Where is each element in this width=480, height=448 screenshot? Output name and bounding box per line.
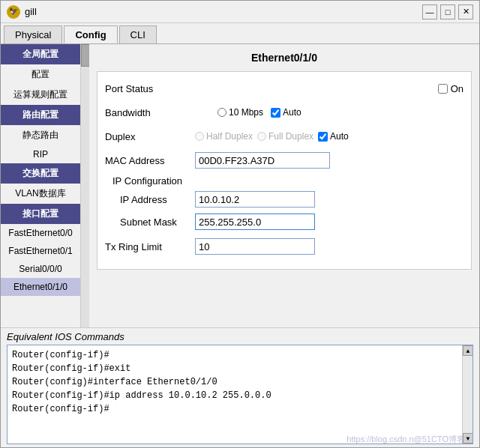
sidebar-item-routing-config[interactable]: 路由配置	[1, 105, 80, 125]
sidebar-item-vlan-db[interactable]: VLAN数据库	[1, 184, 80, 204]
tab-bar: Physical Config CLI	[1, 23, 479, 44]
port-status-row: Port Status On	[105, 79, 464, 97]
mac-address-label: MAC Address	[105, 155, 195, 166]
sidebar: 全局配置 配置 运算规则配置 路由配置 静态路由 RIP 交换配	[1, 44, 89, 327]
ip-config-label: IP Configuration	[112, 175, 464, 187]
sidebar-item-fastethernet00[interactable]: FastEthernet0/0	[1, 224, 80, 242]
main-area: 全局配置 配置 运算规则配置 路由配置 静态路由 RIP 交换配	[1, 44, 479, 327]
console-scrollbar[interactable]: ▲ ▼	[462, 345, 472, 444]
tab-cli[interactable]: CLI	[119, 25, 157, 43]
maximize-button[interactable]: □	[440, 4, 455, 19]
bandwidth-controls: 10 Mbps Auto	[195, 107, 464, 118]
ip-config-section: IP Configuration IP Address Subnet Mask	[105, 175, 464, 230]
sidebar-item-rip[interactable]: RIP	[1, 145, 80, 163]
tab-physical[interactable]: Physical	[4, 25, 62, 43]
tx-ring-limit-label: Tx Ring Limit	[105, 241, 195, 252]
bandwidth-label: Bandwidth	[105, 107, 195, 118]
app-icon: 🦅	[7, 5, 20, 19]
tx-ring-limit-row: Tx Ring Limit	[105, 237, 464, 255]
interface-title: Ethernet0/1/0	[97, 52, 472, 64]
ip-address-label: IP Address	[120, 194, 195, 205]
sidebar-item-routing-rules[interactable]: 运算规则配置	[1, 85, 80, 105]
console-area[interactable]: Router(config-if)# Router(config-if)#exi…	[7, 345, 473, 444]
subnet-mask-input[interactable]	[195, 214, 315, 230]
interface-form: Port Status On Bandwidth	[97, 71, 472, 270]
sidebar-item-global-config[interactable]: 全局配置	[1, 44, 80, 64]
title-bar-left: 🦅 gill	[7, 5, 37, 19]
bandwidth-auto-option[interactable]: Auto	[271, 107, 302, 118]
bandwidth-10mbps-option[interactable]: 10 Mbps	[218, 107, 263, 118]
port-status-checkbox[interactable]	[438, 84, 448, 94]
content-area: Ethernet0/1/0 Port Status On Bandwidth	[89, 44, 479, 327]
port-status-controls: On	[195, 83, 464, 94]
auto-duplex-checkbox[interactable]	[318, 132, 328, 142]
ip-address-row: IP Address	[120, 191, 464, 208]
full-duplex-radio[interactable]	[257, 132, 266, 141]
tab-config[interactable]: Config	[64, 25, 117, 43]
console-line-1: Router(config-if)#	[12, 348, 459, 362]
sidebar-item-ethernet010[interactable]: Ethernet0/1/0	[1, 278, 80, 296]
main-window: 🦅 gill — □ ✕ Physical Config CLI 全局配置	[0, 0, 480, 448]
duplex-label: Duplex	[105, 131, 195, 142]
tx-ring-limit-input[interactable]	[195, 238, 315, 255]
sidebar-item-config[interactable]: 配置	[1, 64, 80, 85]
equivalent-ios-label: Equivalent IOS Commands	[7, 331, 473, 342]
minimize-button[interactable]: —	[422, 4, 437, 19]
bandwidth-row: Bandwidth 10 Mbps Auto	[105, 103, 464, 121]
window-title: gill	[25, 6, 37, 17]
mac-address-controls	[195, 152, 464, 169]
scroll-up-arrow[interactable]: ▲	[463, 345, 473, 356]
subnet-mask-row: Subnet Mask	[120, 214, 464, 230]
bottom-area: Equivalent IOS Commands Router(config-if…	[1, 327, 479, 447]
half-duplex-option[interactable]: Half Duplex	[195, 131, 253, 142]
bandwidth-auto-checkbox[interactable]	[271, 108, 280, 118]
port-status-label: Port Status	[105, 83, 195, 94]
sidebar-item-serial000[interactable]: Serial0/0/0	[1, 260, 80, 278]
title-bar: 🦅 gill — □ ✕	[1, 1, 479, 23]
sidebar-item-fastethernet01[interactable]: FastEthernet0/1	[1, 242, 80, 260]
sidebar-scroll-thumb[interactable]	[81, 44, 89, 67]
console-line-3: Router(config)#interface Ethernet0/1/0	[12, 375, 459, 389]
mac-address-row: MAC Address	[105, 151, 464, 169]
sidebar-content: 全局配置 配置 运算规则配置 路由配置 静态路由 RIP 交换配	[1, 44, 80, 296]
close-button[interactable]: ✕	[458, 4, 473, 19]
sidebar-scrollbar[interactable]	[80, 44, 89, 327]
subnet-mask-label: Subnet Mask	[120, 217, 195, 228]
half-duplex-radio[interactable]	[195, 132, 204, 141]
full-duplex-option[interactable]: Full Duplex	[257, 131, 314, 142]
sidebar-item-interface-config[interactable]: 接口配置	[1, 204, 80, 224]
console-line-4: Router(config-if)#ip address 10.0.10.2 2…	[12, 389, 459, 402]
console-line-5: Router(config-if)#	[12, 402, 459, 416]
sidebar-item-static-routing[interactable]: 静态路由	[1, 125, 80, 145]
watermark: https://blog.csdn.n@51CTO博客	[346, 434, 465, 445]
sidebar-item-switch-config[interactable]: 交换配置	[1, 163, 80, 184]
console-line-2: Router(config-if)#exit	[12, 362, 459, 375]
port-status-on-label: On	[451, 83, 464, 94]
window-controls: — □ ✕	[422, 4, 473, 19]
auto-duplex-option[interactable]: Auto	[318, 131, 349, 142]
bandwidth-10mbps-radio[interactable]	[218, 108, 226, 117]
mac-address-input[interactable]	[195, 152, 330, 169]
duplex-row: Duplex Half Duplex Full Duplex Auto	[105, 127, 464, 145]
duplex-controls: Half Duplex Full Duplex Auto	[195, 131, 464, 142]
ip-address-input[interactable]	[195, 191, 315, 208]
